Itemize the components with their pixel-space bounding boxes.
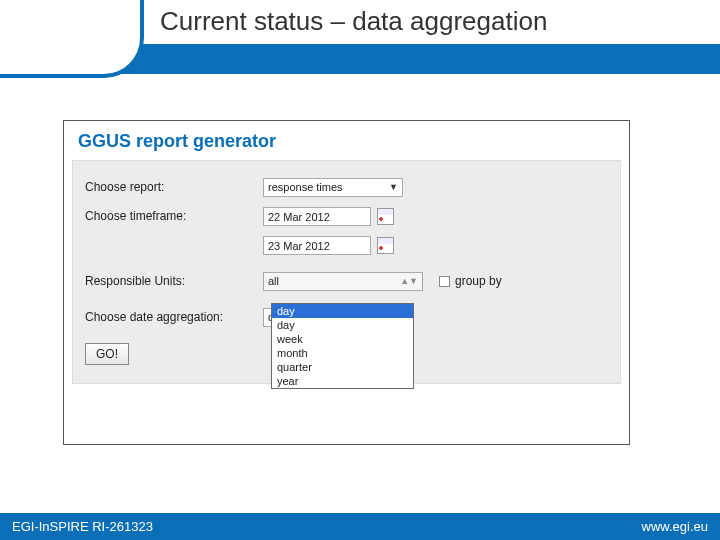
aggregation-option[interactable]: day	[272, 318, 413, 332]
date-to-input[interactable]: 23 Mar 2012	[263, 236, 371, 255]
footer: EGI-InSPIRE RI-261323 www.egi.eu	[0, 513, 720, 540]
go-button[interactable]: GO!	[85, 343, 129, 365]
units-select[interactable]: all ▲▼	[263, 272, 423, 291]
calendar-icon[interactable]	[377, 237, 394, 254]
aggregation-option[interactable]: day	[272, 304, 413, 318]
aggregation-dropdown[interactable]: day day week month quarter year	[271, 303, 414, 389]
label-aggregation: Choose date aggregation:	[85, 310, 263, 324]
label-groupby: group by	[455, 274, 502, 288]
units-value: all	[268, 274, 279, 288]
footer-right: www.egi.eu	[642, 519, 708, 534]
aggregation-option[interactable]: week	[272, 332, 413, 346]
date-from-value: 22 Mar 2012	[268, 211, 330, 223]
aggregation-option[interactable]: quarter	[272, 360, 413, 374]
label-timeframe: Choose timeframe:	[85, 209, 263, 223]
report-select-value: response times	[268, 180, 343, 194]
label-units: Responsible Units:	[85, 274, 263, 288]
report-select[interactable]: response times ▼	[263, 178, 403, 197]
aggregation-option[interactable]: month	[272, 346, 413, 360]
date-to-value: 23 Mar 2012	[268, 240, 330, 252]
label-report: Choose report:	[85, 180, 263, 194]
panel-title: GGUS report generator	[64, 121, 629, 160]
calendar-icon[interactable]	[377, 208, 394, 225]
chevron-down-icon: ▼	[389, 180, 398, 194]
header-bar	[0, 44, 720, 74]
page-title: Current status – data aggregation	[160, 6, 547, 37]
footer-left: EGI-InSPIRE RI-261323	[12, 519, 153, 534]
form-area: Choose report: response times ▼ Choose t…	[72, 160, 621, 384]
date-from-input[interactable]: 22 Mar 2012	[263, 207, 371, 226]
aggregation-option[interactable]: year	[272, 374, 413, 388]
report-generator-panel: GGUS report generator Choose report: res…	[63, 120, 630, 445]
groupby-checkbox[interactable]	[439, 276, 450, 287]
stepper-icon: ▲▼	[400, 274, 418, 288]
